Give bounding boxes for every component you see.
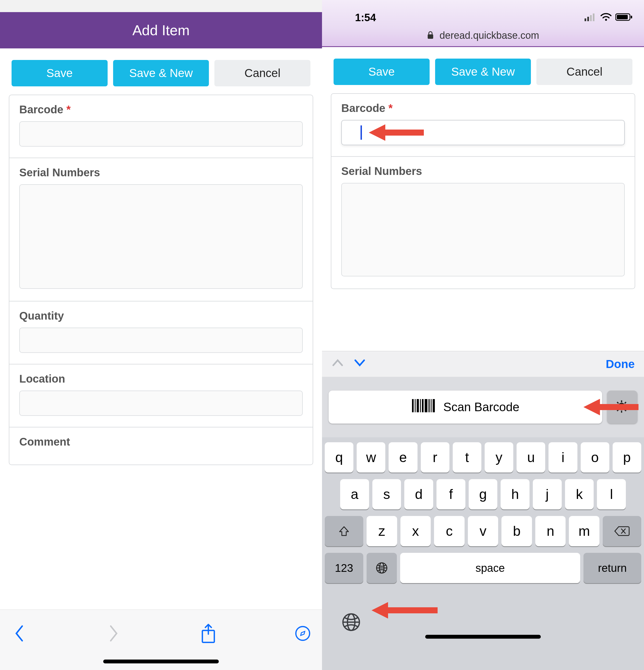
shift-key[interactable] (325, 516, 363, 546)
key-b[interactable]: b (501, 516, 532, 546)
svg-rect-17 (422, 399, 423, 412)
svg-rect-2 (584, 18, 586, 21)
return-key[interactable]: return (583, 553, 641, 583)
serial-numbers-section: Serial Numbers (331, 157, 635, 289)
serial-numbers-input[interactable] (19, 184, 303, 289)
serial-numbers-label: Serial Numbers (19, 166, 303, 179)
scan-barcode-button[interactable]: Scan Barcode (329, 391, 602, 424)
done-button[interactable]: Done (606, 358, 635, 371)
wifi-icon (600, 12, 612, 24)
status-icons-group (584, 12, 633, 24)
svg-rect-11 (383, 130, 424, 136)
serial-numbers-label: Serial Numbers (341, 165, 625, 177)
svg-rect-22 (597, 404, 639, 410)
svg-rect-21 (433, 399, 435, 412)
cancel-button[interactable]: Cancel (214, 60, 311, 86)
key-n[interactable]: n (535, 516, 566, 546)
keyboard-row-2: asdfghjkl (325, 479, 641, 509)
key-u[interactable]: u (516, 442, 545, 472)
backspace-key[interactable] (603, 516, 641, 546)
key-o[interactable]: o (581, 442, 609, 472)
key-s[interactable]: s (372, 479, 401, 509)
location-section: Location (9, 364, 313, 427)
screen-right: 1:54 (322, 0, 644, 670)
key-w[interactable]: w (357, 442, 385, 472)
home-indicator (425, 635, 541, 639)
mode-switch-key[interactable]: 123 (325, 553, 363, 583)
save-and-new-button[interactable]: Save & New (435, 58, 531, 85)
prev-field-icon[interactable] (331, 357, 344, 372)
keyboard: qwertyuiop asdfghjkl zxcvbnm 123 (322, 437, 644, 670)
save-button[interactable]: Save (333, 58, 430, 85)
cancel-button[interactable]: Cancel (536, 58, 632, 85)
key-g[interactable]: g (469, 479, 498, 509)
next-field-icon[interactable] (353, 357, 366, 372)
svg-rect-19 (429, 399, 430, 412)
url-bar[interactable]: deread.quickbase.com (322, 27, 644, 47)
barcode-input[interactable] (19, 121, 303, 147)
signal-icon (584, 12, 597, 24)
svg-rect-10 (428, 35, 433, 39)
location-label: Location (19, 373, 303, 385)
required-mark: * (388, 102, 393, 114)
key-h[interactable]: h (501, 479, 529, 509)
svg-rect-20 (431, 399, 432, 412)
location-input[interactable] (19, 391, 303, 416)
key-z[interactable]: z (367, 516, 397, 546)
top-grey-strip (0, 0, 322, 12)
key-k[interactable]: k (565, 479, 594, 509)
key-r[interactable]: r (421, 442, 449, 472)
save-button[interactable]: Save (12, 60, 108, 86)
status-bar: 1:54 (322, 0, 644, 27)
key-v[interactable]: v (468, 516, 498, 546)
share-icon[interactable] (200, 625, 216, 642)
key-l[interactable]: l (597, 479, 626, 509)
form-card: Barcode * Serial Numbers Quantity Locati… (9, 95, 313, 465)
compass-icon[interactable] (294, 625, 311, 642)
key-j[interactable]: j (533, 479, 562, 509)
annotation-arrow-scan (583, 398, 639, 417)
key-a[interactable]: a (340, 479, 369, 509)
button-row: Save Save & New Cancel (322, 47, 644, 93)
svg-marker-40 (371, 602, 388, 619)
save-and-new-button[interactable]: Save & New (113, 60, 209, 86)
barcode-section: Barcode * (9, 95, 313, 158)
serial-numbers-section: Serial Numbers (9, 158, 313, 302)
annotation-arrow-barcode (369, 123, 424, 142)
svg-rect-39 (385, 607, 437, 613)
scan-barcode-row: Scan Barcode (322, 377, 644, 437)
key-d[interactable]: d (404, 479, 433, 509)
barcode-icon (411, 398, 436, 416)
lock-icon (427, 30, 434, 42)
back-icon[interactable] (11, 625, 27, 642)
form-card: Barcode * Serial Numbers (331, 93, 635, 289)
key-q[interactable]: q (325, 442, 353, 472)
page-title-bar: Add Item (0, 12, 322, 49)
key-x[interactable]: x (400, 516, 431, 546)
space-key[interactable]: space (400, 553, 580, 583)
quantity-input[interactable] (19, 327, 303, 353)
keyboard-accessory-bar: Done (322, 351, 644, 377)
barcode-section: Barcode * (331, 94, 635, 157)
barcode-label: Barcode * (341, 102, 625, 115)
globe-icon-large[interactable] (341, 612, 361, 633)
keyboard-row-4: 123 space return (325, 553, 641, 583)
keyboard-row-3: zxcvbnm (325, 516, 641, 546)
forward-icon[interactable] (105, 625, 122, 642)
svg-rect-13 (412, 399, 413, 412)
serial-numbers-input[interactable] (341, 183, 625, 277)
globe-key-small[interactable] (367, 553, 397, 583)
key-e[interactable]: e (389, 442, 417, 472)
svg-rect-8 (617, 15, 628, 19)
key-i[interactable]: i (549, 442, 577, 472)
key-c[interactable]: c (434, 516, 464, 546)
key-t[interactable]: t (453, 442, 481, 472)
page-url: deread.quickbase.com (439, 30, 539, 41)
key-f[interactable]: f (436, 479, 465, 509)
key-y[interactable]: y (485, 442, 513, 472)
svg-point-6 (605, 19, 607, 21)
key-m[interactable]: m (569, 516, 600, 546)
key-p[interactable]: p (613, 442, 641, 472)
svg-marker-23 (583, 399, 600, 415)
comment-section: Comment (9, 427, 313, 465)
